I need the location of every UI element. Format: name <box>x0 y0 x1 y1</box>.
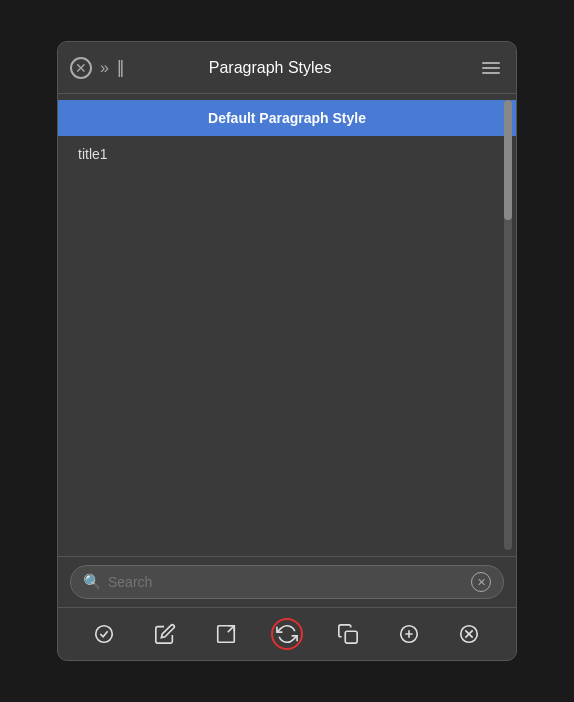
scrollbar-track[interactable] <box>504 100 512 550</box>
delete-circle-icon <box>458 623 480 645</box>
menu-button[interactable] <box>478 58 504 78</box>
titlebar: ✕ » || Paragraph Styles <box>58 42 516 94</box>
paragraph-styles-panel: ✕ » || Paragraph Styles Default Paragrap… <box>57 41 517 661</box>
search-box: 🔍 ✕ <box>70 565 504 599</box>
copy-icon <box>337 623 359 645</box>
search-area: 🔍 ✕ <box>58 556 516 607</box>
sync-icon <box>276 623 298 645</box>
resize-icon <box>215 623 237 645</box>
resize-button[interactable] <box>210 618 242 650</box>
copy-button[interactable] <box>332 618 364 650</box>
delete-button[interactable] <box>453 618 485 650</box>
sync-button[interactable] <box>271 618 303 650</box>
search-clear-button[interactable]: ✕ <box>471 572 491 592</box>
list-item[interactable]: title1 <box>58 136 516 172</box>
search-input[interactable] <box>108 574 465 590</box>
svg-rect-3 <box>345 631 357 643</box>
svg-point-0 <box>96 626 113 643</box>
styles-list: Default Paragraph Style title1 <box>58 94 516 556</box>
scrollbar-thumb[interactable] <box>504 100 512 220</box>
edit-icon <box>154 623 176 645</box>
search-icon: 🔍 <box>83 573 102 591</box>
check-circle-icon <box>93 623 115 645</box>
edit-button[interactable] <box>149 618 181 650</box>
list-item[interactable]: Default Paragraph Style <box>58 100 516 136</box>
clear-icon: ✕ <box>477 576 486 589</box>
add-button[interactable] <box>393 618 425 650</box>
panel-title: Paragraph Styles <box>70 59 470 77</box>
add-circle-icon <box>398 623 420 645</box>
bottom-toolbar <box>58 607 516 660</box>
svg-line-2 <box>228 626 234 632</box>
check-button[interactable] <box>88 618 120 650</box>
